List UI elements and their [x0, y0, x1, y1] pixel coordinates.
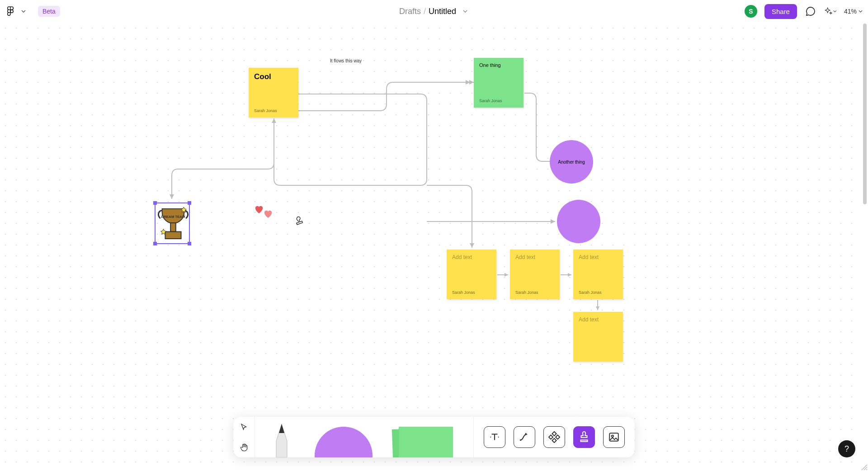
svg-marker-7 [551, 219, 555, 224]
sticky-empty-b[interactable]: Add text Sarah Jonas [510, 250, 560, 299]
svg-marker-1 [469, 80, 474, 85]
svg-rect-11 [170, 223, 176, 232]
svg-point-15 [498, 437, 499, 438]
figma-logo-icon[interactable] [5, 6, 15, 16]
svg-point-0 [10, 10, 13, 13]
toolbar-shapes-section [255, 417, 474, 457]
connector-label: It flows this way [330, 58, 362, 63]
zoom-value: 41% [844, 8, 857, 15]
toolbar-pointer-section [233, 417, 255, 457]
avatar[interactable]: S [745, 5, 757, 18]
selection-handle[interactable] [188, 201, 191, 205]
comment-icon[interactable] [804, 5, 817, 18]
header-left: Beta [5, 6, 60, 17]
help-button[interactable]: ? [838, 440, 855, 457]
canvas[interactable]: It flows this way Cool Sarah Jonas One t [0, 23, 862, 471]
selection-handle[interactable] [153, 242, 157, 245]
shape-circle-blank[interactable] [557, 200, 600, 243]
sticky-author: Sarah Jonas [254, 108, 293, 113]
select-tool[interactable] [233, 417, 255, 437]
sticky-title: One thing [479, 62, 518, 68]
sticky-placeholder: Add text [452, 254, 491, 260]
svg-rect-17 [552, 432, 556, 436]
stamp-trophy[interactable]: DREAM TEAM [155, 203, 190, 244]
svg-point-22 [612, 435, 613, 437]
svg-marker-6 [470, 243, 474, 248]
text-tool[interactable] [484, 426, 505, 448]
vertical-scrollbar[interactable] [863, 24, 867, 470]
svg-marker-3 [272, 118, 276, 123]
main-menu-chevron[interactable] [20, 8, 27, 15]
svg-rect-12 [165, 232, 181, 239]
scrollbar-thumb[interactable] [863, 24, 867, 204]
sticky-author: Sarah Jonas [452, 290, 491, 295]
svg-rect-18 [552, 438, 556, 443]
header-right: S Share 41% [745, 4, 863, 19]
sticky-tool[interactable] [392, 423, 460, 457]
shape-tool[interactable] [312, 423, 375, 457]
svg-marker-8 [505, 273, 508, 277]
stamp-heart[interactable] [263, 210, 273, 221]
toolbar-actions-section [474, 417, 635, 457]
file-title-breadcrumb[interactable]: Drafts / Untitled [399, 7, 469, 16]
shape-another-thing[interactable]: Another thing [550, 140, 593, 184]
beta-badge: Beta [38, 6, 60, 17]
ai-sparkle-icon[interactable] [824, 5, 837, 18]
breadcrumb-separator: / [424, 7, 426, 16]
connector-tool[interactable] [514, 426, 535, 448]
svg-text:DREAM TEAM: DREAM TEAM [161, 215, 185, 219]
svg-point-14 [490, 437, 491, 438]
bottom-toolbar [233, 417, 635, 457]
sticky-author: Sarah Jonas [579, 290, 618, 295]
widgets-tool[interactable] [543, 426, 565, 448]
app-header: Beta Drafts / Untitled S Share 41% [0, 0, 868, 23]
sticky-author: Sarah Jonas [479, 99, 518, 103]
selection-handle[interactable] [188, 242, 191, 245]
image-tool[interactable] [603, 426, 625, 448]
share-button[interactable]: Share [764, 4, 797, 19]
breadcrumb-drafts[interactable]: Drafts [399, 7, 421, 16]
sticky-title: Cool [254, 72, 293, 81]
stamp-tool[interactable] [573, 426, 595, 448]
hand-tool[interactable] [233, 437, 255, 457]
zoom-control[interactable]: 41% [844, 8, 863, 15]
sticky-placeholder: Add text [579, 254, 618, 260]
sticky-empty-d[interactable]: Add text [573, 312, 623, 362]
sticky-author: Sarah Jonas [515, 290, 554, 295]
stamp-heart[interactable] [254, 205, 264, 216]
sticky-empty-a[interactable]: Add text Sarah Jonas [447, 250, 496, 299]
svg-marker-9 [568, 273, 571, 277]
sticky-placeholder: Add text [515, 254, 554, 260]
svg-point-16 [520, 439, 521, 441]
svg-marker-5 [466, 80, 470, 85]
sticky-onething[interactable]: One thing Sarah Jonas [474, 58, 524, 108]
svg-rect-21 [609, 433, 618, 441]
svg-marker-10 [596, 306, 599, 310]
svg-marker-4 [170, 194, 174, 199]
svg-rect-19 [549, 435, 553, 439]
file-name[interactable]: Untitled [429, 7, 456, 16]
sticky-cool[interactable]: Cool Sarah Jonas [249, 68, 298, 118]
sticky-empty-c[interactable]: Add text Sarah Jonas [573, 250, 623, 299]
shape-label: Another thing [558, 160, 585, 165]
selection-handle[interactable] [153, 201, 157, 205]
connectors-layer: It flows this way [0, 23, 862, 471]
svg-rect-20 [556, 435, 560, 439]
sticky-placeholder: Add text [579, 316, 618, 323]
file-menu-chevron[interactable] [462, 8, 469, 15]
resize-grip-icon[interactable] [860, 463, 868, 471]
stamp-cursor-icon [295, 216, 305, 226]
marker-tool[interactable] [268, 421, 295, 457]
